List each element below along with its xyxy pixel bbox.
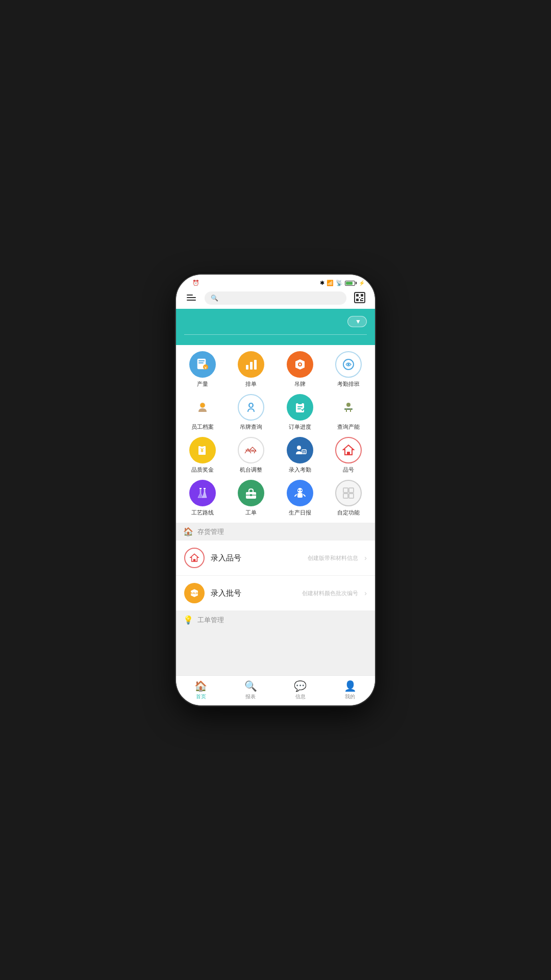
grid-item-吊牌查询[interactable]: 吊牌查询 xyxy=(227,394,276,431)
list-item-pin-hao[interactable]: 录入品号 创建版带和材料信息 › xyxy=(176,541,375,576)
grid-label-考勤排班: 考勤排班 xyxy=(337,380,360,388)
grid-item-排单[interactable]: 排单 xyxy=(227,351,276,388)
top-bar: 🔍 xyxy=(176,288,375,309)
grid-icon-生产日报 xyxy=(287,480,313,506)
svg-point-47 xyxy=(300,489,302,491)
arrow-icon-batch-hao: › xyxy=(364,589,367,597)
grid-label-生产日报: 生产日报 xyxy=(289,509,311,517)
wifi-icon: 📡 xyxy=(336,280,343,286)
grid-icon-产量: ¥ xyxy=(189,351,216,378)
date-selector[interactable]: ▼ xyxy=(347,316,367,327)
svg-rect-12 xyxy=(246,365,248,370)
grid-label-自定功能: 自定功能 xyxy=(337,509,360,517)
svg-rect-0 xyxy=(356,294,359,297)
grid-label-订单进度: 订单进度 xyxy=(289,423,311,431)
list-item-main-pin-hao: 录入品号 xyxy=(211,553,302,563)
svg-point-33 xyxy=(297,446,301,450)
nav-item-我的[interactable]: 👤我的 xyxy=(325,676,375,701)
grid-item-订单进度[interactable]: 订单进度 xyxy=(276,394,324,431)
svg-rect-28 xyxy=(344,408,353,410)
nav-label-报表: 报表 xyxy=(245,693,256,700)
grid-item-产量[interactable]: ¥产量 xyxy=(178,351,227,388)
list-item-title-pin-hao: 录入品号 xyxy=(211,553,302,563)
grid-item-吊牌[interactable]: 吊牌 xyxy=(276,351,324,388)
svg-rect-51 xyxy=(349,488,354,493)
svg-line-48 xyxy=(295,495,296,496)
grid-icon-录入考勤 xyxy=(287,437,313,463)
svg-rect-26 xyxy=(297,408,301,409)
settings-icon xyxy=(187,295,196,301)
search-bar[interactable]: 🔍 xyxy=(205,291,346,305)
list-item-main-batch-hao: 录入批号 xyxy=(211,589,296,598)
grid-label-工艺路线: 工艺路线 xyxy=(191,509,214,517)
svg-point-46 xyxy=(298,489,299,491)
grid-label-机台调整: 机台调整 xyxy=(240,466,262,474)
charging-icon: ⚡ xyxy=(359,280,365,286)
grid-icon-订单进度 xyxy=(287,394,313,421)
hero-value xyxy=(184,330,367,335)
phone-screen: ⏰ ✱ 📶 📡 ⚡ xyxy=(176,275,375,705)
grid-item-自定功能[interactable]: 自定功能 xyxy=(324,480,373,517)
svg-rect-2 xyxy=(356,299,359,301)
grid-icon-查询产能 xyxy=(335,394,362,421)
svg-rect-24 xyxy=(298,402,302,404)
nav-icon-报表: 🔍 xyxy=(244,680,257,692)
svg-rect-39 xyxy=(199,488,202,489)
status-bar: ⏰ ✱ 📶 📡 ⚡ xyxy=(176,275,375,288)
nav-item-信息[interactable]: 💬信息 xyxy=(276,676,325,701)
grid-item-查询产能[interactable]: 查询产能 xyxy=(324,394,373,431)
status-left: ⏰ xyxy=(186,280,199,286)
grid-icon-排单 xyxy=(238,351,264,378)
svg-rect-13 xyxy=(250,362,253,370)
grid-item-品号[interactable]: 品号 xyxy=(324,437,373,474)
grid-icon-品质奖金: ¥ xyxy=(189,437,216,463)
list-item-batch-hao[interactable]: SALE 录入批号 创建材料颜色批次编号 › xyxy=(176,576,375,611)
settings-button[interactable] xyxy=(182,295,201,302)
nav-label-首页: 首页 xyxy=(196,693,206,700)
svg-point-16 xyxy=(299,363,301,365)
grid-label-吊牌: 吊牌 xyxy=(294,380,306,388)
grid-icon-吊牌 xyxy=(287,351,313,378)
nav-label-我的: 我的 xyxy=(345,693,355,700)
battery-indicator xyxy=(345,281,357,286)
svg-line-49 xyxy=(304,495,305,496)
nav-item-报表[interactable]: 🔍报表 xyxy=(226,676,276,701)
list-item-icon-batch-hao: SALE xyxy=(184,583,205,603)
grid-item-工艺路线[interactable]: 工艺路线 xyxy=(178,480,227,517)
svg-rect-38 xyxy=(347,452,350,455)
svg-rect-25 xyxy=(297,406,303,407)
svg-rect-23 xyxy=(296,403,304,412)
grid-icon-机台调整: TAJIMA xyxy=(238,437,264,463)
hero-header: ▼ xyxy=(184,316,367,327)
grid-item-工单[interactable]: 工单 xyxy=(227,480,276,517)
grid-item-生产日报[interactable]: 生产日报 xyxy=(276,480,324,517)
svg-rect-5 xyxy=(361,300,363,301)
grid-item-考勤排班[interactable]: 考勤排班 xyxy=(324,351,373,388)
svg-rect-9 xyxy=(198,362,204,363)
grid-label-排单: 排单 xyxy=(245,380,257,388)
grid-item-品质奖金[interactable]: ¥品质奖金 xyxy=(178,437,227,474)
svg-rect-6 xyxy=(360,299,361,301)
bottom-nav: 🏠首页🔍报表💬信息👤我的 xyxy=(176,675,375,705)
scan-icon xyxy=(354,292,365,303)
grid-item-录入考勤[interactable]: 录入考勤 xyxy=(276,437,324,474)
section-header-workorder: 💡工单管理 xyxy=(176,611,375,629)
list-item-icon-pin-hao xyxy=(184,548,205,568)
search-icon: 🔍 xyxy=(211,295,218,302)
nav-icon-首页: 🏠 xyxy=(194,680,207,692)
grid-label-产量: 产量 xyxy=(197,380,208,388)
nav-item-首页[interactable]: 🏠首页 xyxy=(176,676,226,701)
section-header-inventory: 🏠存货管理 xyxy=(176,523,375,541)
grid-item-机台调整[interactable]: TAJIMA机台调整 xyxy=(227,437,276,474)
svg-rect-54 xyxy=(193,559,196,561)
svg-rect-1 xyxy=(361,294,363,297)
svg-rect-50 xyxy=(343,488,348,493)
section-list: 🏠存货管理 录入品号 创建版带和材料信息 › SALE 录入批号 创建材料颜色批… xyxy=(176,523,375,675)
grid-icon-工艺路线 xyxy=(189,480,216,506)
grid-icon-品号 xyxy=(335,437,362,463)
scan-button[interactable] xyxy=(350,292,369,304)
alarm-icon: ⏰ xyxy=(192,280,199,286)
svg-rect-45 xyxy=(297,493,303,498)
grid-item-员工档案[interactable]: 员工档案 xyxy=(178,394,227,431)
svg-rect-40 xyxy=(204,488,206,489)
